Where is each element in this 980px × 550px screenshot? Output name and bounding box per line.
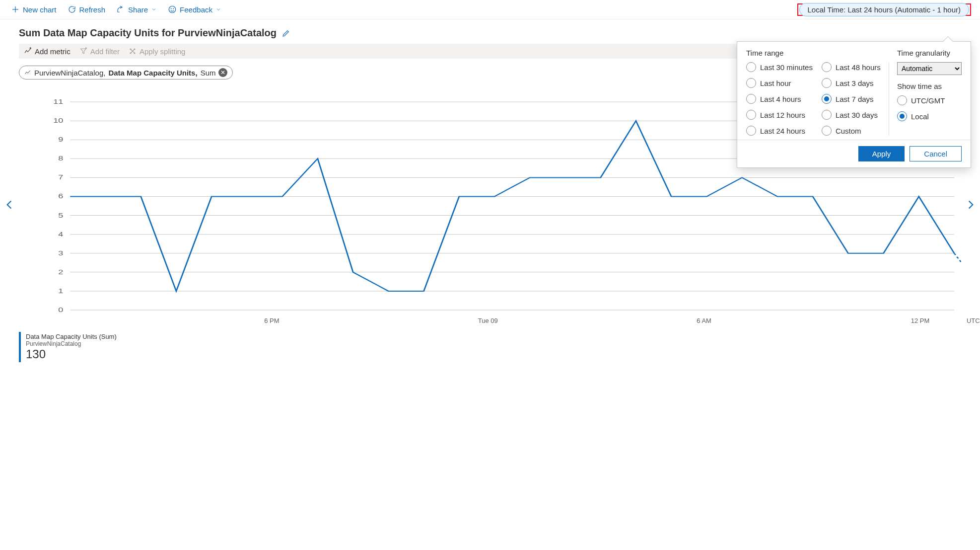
refresh-button[interactable]: Refresh bbox=[66, 3, 108, 16]
svg-point-3 bbox=[171, 8, 171, 9]
radio-icon bbox=[746, 78, 756, 88]
svg-point-2 bbox=[169, 6, 176, 13]
legend-value: 130 bbox=[26, 347, 117, 361]
radio-last-3-days[interactable]: Last 3 days bbox=[822, 78, 881, 88]
svg-text:5: 5 bbox=[58, 212, 63, 219]
radio-icon bbox=[746, 62, 756, 72]
svg-text:2: 2 bbox=[58, 268, 63, 275]
radio-label: Last 3 days bbox=[836, 79, 874, 87]
chevron-down-icon bbox=[151, 6, 157, 12]
prev-chart-arrow[interactable] bbox=[3, 198, 16, 211]
svg-marker-7 bbox=[80, 49, 86, 53]
radio-last-7-days[interactable]: Last 7 days bbox=[822, 94, 881, 104]
feedback-label: Feedback bbox=[180, 5, 212, 14]
radio-utc-gmt[interactable]: UTC/GMT bbox=[897, 95, 962, 105]
radio-last-4-hours[interactable]: Last 4 hours bbox=[746, 94, 813, 104]
svg-point-4 bbox=[173, 8, 174, 9]
svg-text:8: 8 bbox=[58, 155, 63, 162]
chip-scope: PurviewNinjaCatalog, bbox=[34, 69, 105, 77]
svg-text:6: 6 bbox=[58, 193, 63, 200]
radio-icon bbox=[746, 94, 756, 104]
command-bar: New chart Refresh Share Feedback Local T… bbox=[0, 0, 980, 19]
radio-label: Last 30 minutes bbox=[760, 63, 813, 72]
radio-icon bbox=[822, 126, 832, 136]
new-chart-button[interactable]: New chart bbox=[9, 3, 59, 16]
radio-label: Last 7 days bbox=[836, 95, 874, 103]
radio-icon bbox=[822, 94, 832, 104]
metric-line-icon bbox=[24, 69, 31, 76]
add-filter-button[interactable]: Add filter bbox=[79, 47, 120, 56]
radio-icon bbox=[822, 62, 832, 72]
x-tick-label: 6 AM bbox=[697, 317, 711, 324]
radio-local[interactable]: Local bbox=[897, 111, 962, 121]
radio-last-hour[interactable]: Last hour bbox=[746, 78, 813, 88]
annotation-highlight: Local Time: Last 24 hours (Automatic - 1… bbox=[797, 3, 971, 16]
svg-text:4: 4 bbox=[58, 231, 63, 237]
next-chart-arrow[interactable] bbox=[964, 198, 977, 211]
show-time-header: Show time as bbox=[897, 82, 962, 90]
apply-splitting-label: Apply splitting bbox=[140, 47, 186, 56]
radio-label: Last hour bbox=[760, 79, 791, 87]
timezone-label: UTC+05:30 bbox=[967, 317, 980, 324]
radio-label: Custom bbox=[836, 127, 861, 135]
refresh-label: Refresh bbox=[79, 5, 106, 14]
granularity-header: Time granularity bbox=[897, 49, 962, 57]
add-metric-button[interactable]: Add metric bbox=[24, 47, 70, 56]
feedback-button[interactable]: Feedback bbox=[166, 3, 223, 16]
time-range-popover: Time range Last 30 minutesLast hourLast … bbox=[737, 41, 971, 168]
radio-icon bbox=[822, 78, 832, 88]
svg-text:11: 11 bbox=[53, 98, 63, 105]
radio-label: Local bbox=[911, 112, 929, 121]
apply-button[interactable]: Apply bbox=[858, 146, 905, 161]
chip-metric: Data Map Capacity Units, bbox=[108, 69, 197, 77]
radio-label: Last 24 hours bbox=[760, 127, 805, 135]
radio-icon bbox=[897, 111, 907, 121]
x-tick-label: 6 PM bbox=[264, 317, 279, 324]
radio-last-30-minutes[interactable]: Last 30 minutes bbox=[746, 62, 813, 72]
remove-chip-icon[interactable]: ✕ bbox=[218, 68, 227, 77]
svg-line-42 bbox=[954, 253, 961, 288]
radio-last-12-hours[interactable]: Last 12 hours bbox=[746, 110, 813, 120]
share-button[interactable]: Share bbox=[114, 3, 159, 16]
svg-text:9: 9 bbox=[58, 136, 63, 143]
radio-last-30-days[interactable]: Last 30 days bbox=[822, 110, 881, 120]
radio-last-48-hours[interactable]: Last 48 hours bbox=[822, 62, 881, 72]
radio-icon bbox=[746, 126, 756, 136]
legend-title: Data Map Capacity Units (Sum) bbox=[26, 333, 117, 340]
radio-icon bbox=[897, 95, 907, 105]
radio-label: Last 12 hours bbox=[760, 111, 805, 119]
radio-custom[interactable]: Custom bbox=[822, 126, 881, 136]
radio-icon bbox=[822, 110, 832, 120]
metric-chip[interactable]: PurviewNinjaCatalog, Data Map Capacity U… bbox=[19, 66, 233, 79]
apply-splitting-button[interactable]: Apply splitting bbox=[129, 47, 186, 56]
time-range-pill[interactable]: Local Time: Last 24 hours (Automatic - 1… bbox=[799, 3, 969, 16]
share-label: Share bbox=[128, 5, 148, 14]
radio-label: Last 48 hours bbox=[836, 63, 881, 72]
chip-agg: Sum bbox=[201, 69, 216, 77]
granularity-select[interactable]: Automatic bbox=[897, 62, 962, 75]
time-range-header: Time range bbox=[746, 49, 889, 57]
chevron-down-icon bbox=[215, 6, 221, 12]
radio-icon bbox=[746, 110, 756, 120]
legend-subtitle: PurviewNinjaCatalog bbox=[26, 340, 117, 347]
edit-title-icon[interactable] bbox=[281, 29, 290, 38]
radio-label: UTC/GMT bbox=[911, 96, 945, 105]
legend[interactable]: Data Map Capacity Units (Sum) PurviewNin… bbox=[19, 332, 117, 362]
x-tick-label: Tue 09 bbox=[478, 317, 498, 324]
radio-label: Last 4 hours bbox=[760, 95, 801, 103]
svg-text:0: 0 bbox=[58, 306, 63, 313]
svg-text:3: 3 bbox=[58, 249, 63, 256]
svg-text:10: 10 bbox=[53, 117, 63, 124]
add-metric-label: Add metric bbox=[35, 47, 70, 56]
svg-text:7: 7 bbox=[58, 174, 63, 181]
chart-title: Sum Data Map Capacity Units for PurviewN… bbox=[19, 27, 277, 39]
radio-label: Last 30 days bbox=[836, 111, 878, 119]
svg-text:1: 1 bbox=[58, 287, 63, 294]
add-filter-label: Add filter bbox=[90, 47, 120, 56]
radio-last-24-hours[interactable]: Last 24 hours bbox=[746, 126, 813, 136]
new-chart-label: New chart bbox=[23, 5, 57, 14]
cancel-button[interactable]: Cancel bbox=[910, 146, 962, 161]
x-tick-label: 12 PM bbox=[911, 317, 930, 324]
